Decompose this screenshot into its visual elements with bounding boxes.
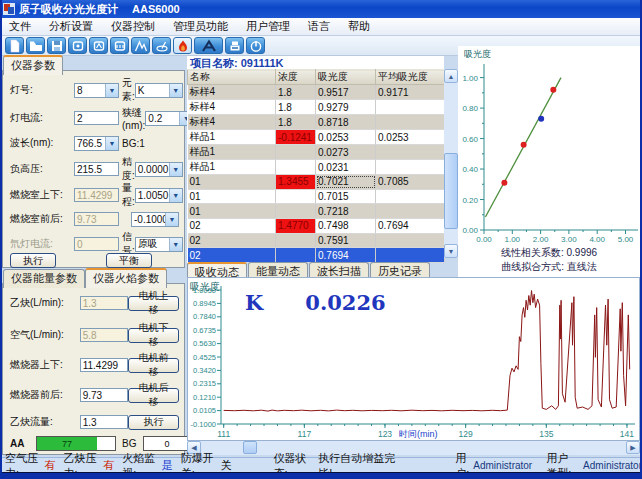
tab-instrument-energy-params[interactable]: 仪器能量参数 xyxy=(3,269,85,288)
wavelength-peaks-button[interactable] xyxy=(131,37,150,54)
tab-instrument-params[interactable]: 仪器参数 xyxy=(3,55,63,75)
zero-offset-select[interactable]: -0.1000▼ xyxy=(131,212,179,227)
acetylene-flow-input[interactable]: 1.3 xyxy=(80,415,129,429)
table-row[interactable]: 标样41.80.9279 xyxy=(188,100,445,115)
fit-method-value: 直线法 xyxy=(567,261,597,272)
save-button[interactable] xyxy=(47,37,66,54)
open-folder-button[interactable] xyxy=(26,37,45,54)
table-row[interactable]: 010.7015 xyxy=(188,189,445,204)
motor-forward-button[interactable]: 电机前移 xyxy=(128,358,179,373)
menu-instrument-control[interactable]: 仪器控制 xyxy=(102,19,164,34)
new-file-button[interactable] xyxy=(5,37,24,54)
table-row[interactable]: 样品1-0.12410.02530.0253 xyxy=(188,130,445,145)
tab-wavelength-scan[interactable]: 波长扫描 xyxy=(309,262,369,277)
menu-admin-functions[interactable]: 管理员功能 xyxy=(164,19,237,34)
signal-select[interactable]: 原吸▼ xyxy=(135,237,183,252)
aa-energy-meter: 77 xyxy=(36,436,116,451)
burner-updown-display: 11.4299 xyxy=(74,188,119,202)
d2-lamp-current-display: 0 xyxy=(74,237,119,251)
burner-updown-input[interactable]: 11.4299 xyxy=(80,358,129,372)
lamp-number-select[interactable]: 8▼ xyxy=(74,83,119,98)
power-button[interactable] xyxy=(246,37,265,54)
tab-history[interactable]: 历史记录 xyxy=(370,262,430,277)
autosampler-button[interactable] xyxy=(194,37,223,54)
menu-file[interactable]: 文件 xyxy=(0,19,40,34)
flame-button[interactable] xyxy=(173,37,192,54)
scrollbar-thumb[interactable] xyxy=(243,441,257,454)
instrument-params-panel: 灯号: 8▼ 元素: K▼ 灯电流: 2 狭缝(nm): 0.2▼ 波长(nm)… xyxy=(2,70,185,268)
status-bar: 空气压力: 有 乙炔压力: 有 火焰监视: 是 防爆开关: 关 仪器状态: 执行… xyxy=(0,457,642,473)
title-bar: 原子吸收分光光度计 AAS6000 xyxy=(0,0,642,18)
explosion-proof-value: 关 xyxy=(220,458,231,473)
correlation-value: 0.9996 xyxy=(566,247,597,258)
menu-analysis-settings[interactable]: 分析设置 xyxy=(40,19,102,34)
chevron-down-icon: ▼ xyxy=(165,213,178,226)
table-row[interactable]: 021.47700.74980.7694 xyxy=(188,219,445,234)
flame-icon xyxy=(176,39,190,53)
slit-label: 狭缝(nm): xyxy=(119,106,145,131)
menu-language[interactable]: 语言 xyxy=(299,19,339,34)
sample-rotator-button[interactable] xyxy=(152,37,171,54)
acetylene-label: 乙炔(L/min): xyxy=(10,296,80,310)
table-row[interactable]: 020.7591 xyxy=(188,233,445,248)
table-row[interactable]: 标样41.80.95170.9171 xyxy=(188,85,445,100)
lamp-current-input[interactable]: 2 xyxy=(74,111,119,125)
graphite-furnace-button[interactable] xyxy=(225,37,244,54)
scroll-down-icon: ▼ xyxy=(444,244,458,258)
calibration-chart: 0.000.200.400.600.801.000.001.002.003.00… xyxy=(458,46,640,246)
negative-hv-input[interactable]: 215.5 xyxy=(74,162,119,176)
power-icon xyxy=(249,39,263,53)
balance-button[interactable]: 平衡 xyxy=(106,253,152,268)
svg-text:117: 117 xyxy=(298,429,312,439)
table-row[interactable]: 标样41.80.8718 xyxy=(188,115,445,130)
table-row[interactable]: 011.34550.70210.7085 xyxy=(188,175,445,190)
flow-execute-button[interactable]: 执行 xyxy=(128,415,179,430)
motor-down-button[interactable]: 电机下移 xyxy=(128,328,179,343)
svg-text:0.1210: 0.1210 xyxy=(193,393,216,402)
svg-text:0.40: 0.40 xyxy=(462,165,478,174)
svg-text:0.3420: 0.3420 xyxy=(193,366,216,375)
hollow-cathode-lamp-icon xyxy=(71,39,85,53)
acetylene-pressure-value: 有 xyxy=(103,458,114,473)
svg-text:0.4525: 0.4525 xyxy=(193,353,216,362)
table-row[interactable]: 010.7218 xyxy=(188,204,445,219)
save-icon xyxy=(50,39,64,53)
tab-energy-dynamics[interactable]: 能量动态 xyxy=(248,262,308,277)
svg-text:0.60: 0.60 xyxy=(462,135,478,144)
execute-button[interactable]: 执行 xyxy=(10,253,56,268)
lamp-array-button[interactable] xyxy=(110,37,129,54)
burner-frontback-label: 燃烧室前后: xyxy=(10,212,74,226)
tab-instrument-flame-params[interactable]: 仪器火焰参数 xyxy=(85,268,167,288)
burner-frontback-display: 9.73 xyxy=(74,212,119,226)
menu-help[interactable]: 帮助 xyxy=(339,19,379,34)
tab-absorbance-dynamics[interactable]: 吸收动态 xyxy=(187,262,247,277)
wavelength-select[interactable]: 766.5▼ xyxy=(74,136,119,151)
motor-back-button[interactable]: 电机后移 xyxy=(128,388,179,403)
window-model: AAS6000 xyxy=(132,3,180,15)
motor-up-button[interactable]: 电机上移 xyxy=(128,296,179,311)
menu-user-management[interactable]: 用户管理 xyxy=(237,19,299,34)
scrollbar-thumb[interactable] xyxy=(444,153,458,229)
table-vertical-scrollbar[interactable]: ▲ ▼ xyxy=(444,69,458,258)
burner-frontback-input[interactable]: 9.73 xyxy=(80,388,129,402)
svg-text:1.00: 1.00 xyxy=(505,235,521,244)
table-row[interactable]: 样品10.0273 xyxy=(188,145,445,160)
table-row[interactable]: 样品10.0231 xyxy=(188,160,445,175)
app-window: 原子吸收分光光度计 AAS6000 文件 分析设置 仪器控制 管理员功能 用户管… xyxy=(0,0,642,479)
time-chart-ylabel: 吸光度 xyxy=(190,280,220,294)
table-row-selected[interactable]: 020.7694 xyxy=(188,248,445,263)
svg-text:3.00: 3.00 xyxy=(561,235,577,244)
svg-text:吸光度: 吸光度 xyxy=(464,49,491,59)
element-symbol: K xyxy=(245,290,263,315)
window-bottom-border xyxy=(0,472,642,479)
element-select[interactable]: K▼ xyxy=(135,83,183,98)
precision-select[interactable]: 0.0000▼ xyxy=(135,162,183,177)
range-select[interactable]: 1.0050▼ xyxy=(135,188,183,203)
svg-text:0.5630: 0.5630 xyxy=(193,339,216,348)
autosampler-icon xyxy=(198,39,220,53)
window-title: 原子吸收分光光度计 xyxy=(19,2,118,17)
scroll-up-icon: ▲ xyxy=(444,69,458,83)
chevron-down-icon: ▼ xyxy=(169,189,182,202)
lamp-energy-button[interactable] xyxy=(89,37,108,54)
lamp-button[interactable] xyxy=(68,37,87,54)
